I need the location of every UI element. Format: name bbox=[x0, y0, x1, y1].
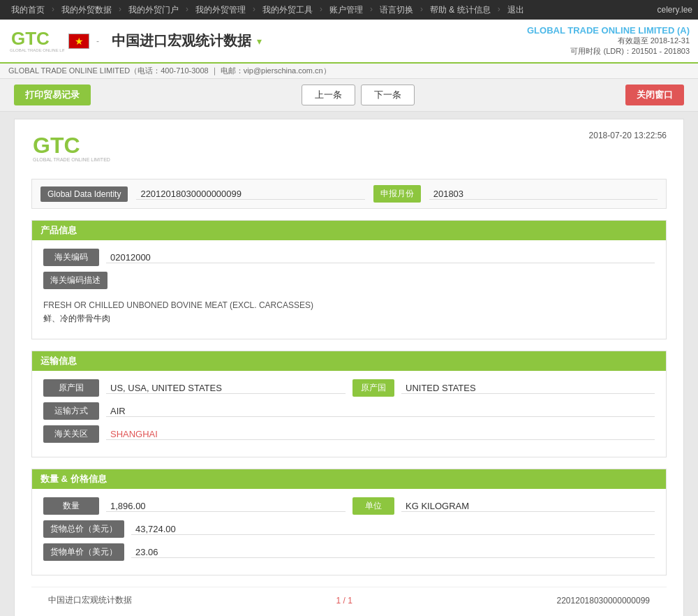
haiguan-bianma-label: 海关编码 bbox=[43, 249, 99, 266]
close-button-top[interactable]: 关闭窗口 bbox=[625, 85, 684, 105]
quantity-label: 数量 bbox=[43, 497, 99, 515]
total-price-value: 43,724.00 bbox=[131, 524, 655, 535]
field-haiguan-bianma: 海关编码 02012000 bbox=[43, 249, 655, 266]
svg-text:GLOBAL TRADE ONLINE LIMITED: GLOBAL TRADE ONLINE LIMITED bbox=[10, 48, 64, 52]
nav-language[interactable]: 语言切换 bbox=[374, 4, 419, 16]
nav-portal[interactable]: 我的外贸门户 bbox=[123, 4, 184, 16]
print-button-top[interactable]: 打印贸易记录 bbox=[14, 85, 91, 105]
doc-page-number: 1 / 1 bbox=[336, 596, 352, 606]
doc-footer-id: 22012018030000000099 bbox=[557, 596, 650, 606]
transport-section: 运输信息 原产国 US, USA, UNITED STATES 原产国 UNIT… bbox=[31, 351, 667, 457]
unit-price-label: 货物单价（美元） bbox=[43, 543, 124, 561]
yuanchanguo-label: 原产国 bbox=[43, 379, 99, 397]
customs-area-value: SHANGHAI bbox=[106, 429, 655, 440]
field-quantity-row: 数量 1,896.00 单位 KG KILOGRAM bbox=[43, 497, 655, 515]
global-data-identity-label: Global Data Identity bbox=[40, 186, 128, 202]
global-data-identity-value: 22012018030000000099 bbox=[136, 189, 364, 200]
svg-text:GTC: GTC bbox=[33, 133, 80, 158]
ldr-info: 可用时段 (LDR)：201501 - 201803 bbox=[527, 46, 690, 57]
doc-footer-title: 中国进口宏观统计数据 bbox=[48, 594, 132, 606]
transport-mode-label: 运输方式 bbox=[43, 402, 99, 420]
field-yuanchanguorow: 原产国 US, USA, UNITED STATES 原产国 UNITED ST… bbox=[43, 379, 655, 397]
yuanchanguo-value: US, USA, UNITED STATES bbox=[106, 383, 346, 394]
quantity-section: 数量 & 价格信息 数量 1,896.00 单位 KG KILOGRAM 货物总… bbox=[31, 469, 667, 575]
page-title: 中国进口宏观统计数据 bbox=[112, 31, 251, 50]
field-unit-price: 货物单价（美元） 23.06 bbox=[43, 543, 655, 561]
unit-label: 单位 bbox=[352, 497, 394, 515]
header: GTC GLOBAL TRADE ONLINE LIMITED - 中国进口宏观… bbox=[0, 20, 698, 64]
field-haiguan-miaoshu: 海关编码描述 bbox=[43, 272, 655, 289]
identity-row: Global Data Identity 2201201803000000009… bbox=[31, 179, 667, 209]
user-display: celery.lee bbox=[658, 5, 692, 15]
product-section: 产品信息 海关编码 02012000 海关编码描述 FRESH OR CHILL… bbox=[31, 220, 667, 339]
doc-header: GTC GLOBAL TRADE ONLINE LIMITED 2018-07-… bbox=[31, 131, 667, 168]
valid-until: 有效题至 2018-12-31 bbox=[527, 36, 690, 46]
unit-value: KG KILOGRAM bbox=[401, 501, 655, 512]
nav-logout[interactable]: 退出 bbox=[502, 4, 530, 16]
quantity-section-header: 数量 & 价格信息 bbox=[32, 469, 666, 489]
header-account-info: GLOBAL TRADE ONLINE LIMITED (A) 有效题至 201… bbox=[527, 25, 690, 57]
field-customs-area: 海关关区 SHANGHAI bbox=[43, 425, 655, 443]
nav-trade-data[interactable]: 我的外贸数据 bbox=[56, 4, 117, 16]
nav-home[interactable]: 我的首页 bbox=[6, 4, 50, 16]
yuanchanguo2-label: 原产国 bbox=[352, 379, 394, 397]
nav-account[interactable]: 账户管理 bbox=[324, 4, 369, 16]
company-logo: GTC GLOBAL TRADE ONLINE LIMITED bbox=[8, 25, 64, 57]
next-button-top[interactable]: 下一条 bbox=[361, 85, 415, 105]
shenpi-label: 申报月份 bbox=[373, 185, 421, 203]
svg-text:GTC: GTC bbox=[11, 28, 50, 49]
doc-footer: 中国进口宏观统计数据 1 / 1 22012018030000000099 bbox=[31, 587, 667, 613]
nav-tools[interactable]: 我的外贸工具 bbox=[257, 4, 318, 16]
transport-mode-value: AIR bbox=[106, 406, 655, 417]
product-description: FRESH OR CHILLED UNBONED BOVINE MEAT (EX… bbox=[43, 295, 655, 330]
nav-help[interactable]: 帮助 & 统计信息 bbox=[424, 4, 496, 16]
toolbar-top: 打印贸易记录 上一条 下一条 关闭窗口 bbox=[0, 79, 698, 112]
transport-section-header: 运输信息 bbox=[32, 351, 666, 371]
desc-cn: 鲜、冷的带骨牛肉 bbox=[43, 313, 655, 325]
total-price-label: 货物总价（美元） bbox=[43, 520, 124, 538]
haiguan-miaoshu-label: 海关编码描述 bbox=[43, 272, 107, 289]
nav-management[interactable]: 我的外贸管理 bbox=[190, 4, 251, 16]
customs-area-label: 海关关区 bbox=[43, 425, 99, 443]
shenpi-value: 201803 bbox=[429, 189, 658, 200]
title-dropdown-icon[interactable]: ▾ bbox=[257, 36, 262, 47]
desc-en: FRESH OR CHILLED UNBONED BOVINE MEAT (EX… bbox=[43, 300, 655, 310]
doc-date: 2018-07-20 13:22:56 bbox=[589, 131, 667, 140]
field-total-price: 货物总价（美元） 43,724.00 bbox=[43, 520, 655, 538]
svg-text:GLOBAL TRADE ONLINE LIMITED: GLOBAL TRADE ONLINE LIMITED bbox=[33, 157, 110, 162]
sub-header: GLOBAL TRADE ONLINE LIMITED（电话：400-710-3… bbox=[0, 64, 698, 79]
unit-price-value: 23.06 bbox=[131, 547, 655, 558]
prev-button-top[interactable]: 上一条 bbox=[302, 85, 355, 105]
yuanchanguo2-value: UNITED STATES bbox=[401, 383, 655, 394]
dash-separator: - bbox=[96, 36, 99, 46]
quantity-value: 1,896.00 bbox=[106, 501, 346, 512]
haiguan-bianma-value: 02012000 bbox=[106, 252, 655, 263]
main-content: GTC GLOBAL TRADE ONLINE LIMITED 2018-07-… bbox=[14, 119, 684, 616]
field-transport-mode: 运输方式 AIR bbox=[43, 402, 655, 420]
doc-logo: GTC GLOBAL TRADE ONLINE LIMITED bbox=[31, 131, 115, 168]
product-section-header: 产品信息 bbox=[32, 221, 666, 240]
flag-icon bbox=[68, 34, 89, 49]
company-name: GLOBAL TRADE ONLINE LIMITED (A) bbox=[527, 25, 690, 36]
top-nav: 我的首页 › 我的外贸数据 › 我的外贸门户 › 我的外贸管理 › 我的外贸工具… bbox=[0, 0, 698, 20]
